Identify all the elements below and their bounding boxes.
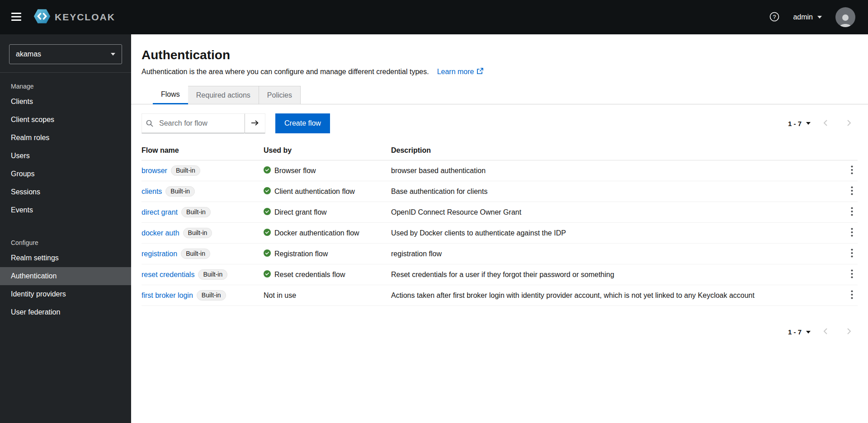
caret-down-icon bbox=[817, 16, 822, 19]
user-menu-dropdown[interactable]: admin bbox=[793, 13, 822, 21]
learn-more-label: Learn more bbox=[437, 68, 474, 76]
nav-section: Configure Realm settings Authentication … bbox=[0, 235, 131, 321]
kebab-icon bbox=[851, 190, 853, 197]
sidebar-item-groups[interactable]: Groups bbox=[0, 165, 131, 183]
flow-name-link[interactable]: clients bbox=[142, 188, 162, 196]
kebab-menu-button[interactable] bbox=[846, 267, 858, 282]
tab-policies[interactable]: Policies bbox=[259, 86, 301, 104]
hamburger-icon bbox=[11, 13, 21, 22]
avatar bbox=[835, 7, 855, 27]
kebab-menu-button[interactable] bbox=[846, 163, 858, 179]
flows-table: Flow name Used by Description browser Bu… bbox=[142, 141, 858, 306]
realm-selector[interactable]: akamas bbox=[9, 44, 122, 64]
main-content: Authentication Authentication is the are… bbox=[131, 34, 868, 423]
top-pagination: 1 - 7 bbox=[788, 117, 858, 131]
used-by-text: Reset credentials flow bbox=[274, 271, 345, 279]
flow-name-cell: docker auth Built-in bbox=[142, 228, 264, 238]
previous-page-button[interactable] bbox=[817, 117, 834, 131]
flow-description: Reset credentials for a user if they for… bbox=[391, 271, 836, 279]
page-title: Authentication bbox=[142, 48, 858, 62]
kebab-menu-button[interactable] bbox=[846, 246, 858, 262]
search-submit-button[interactable] bbox=[245, 113, 265, 133]
pagination-range-label: 1 - 7 bbox=[788, 328, 802, 336]
sidebar-nav: Manage Clients Client scopes Realm roles… bbox=[0, 75, 131, 321]
kebab-icon bbox=[851, 211, 853, 217]
search-icon bbox=[146, 113, 153, 133]
nav-item-list: Clients Client scopes Realm roles Users … bbox=[0, 93, 131, 219]
built-in-badge: Built-in bbox=[197, 290, 226, 301]
used-by-text: Direct grant flow bbox=[274, 208, 327, 216]
search-input[interactable] bbox=[142, 113, 245, 133]
table-row: direct grant Built-in Direct grant flow … bbox=[142, 202, 858, 223]
page-header: Authentication Authentication is the are… bbox=[131, 34, 868, 76]
nav-section-label: Manage bbox=[0, 78, 131, 93]
built-in-badge: Built-in bbox=[183, 228, 212, 238]
used-by-text: Client authentication flow bbox=[274, 188, 355, 196]
previous-page-button[interactable] bbox=[817, 325, 834, 339]
keycloak-logo-icon bbox=[33, 8, 51, 26]
kebab-menu-button[interactable] bbox=[846, 225, 858, 241]
table-row: browser Built-in Browser flow browser ba… bbox=[142, 160, 858, 181]
sidebar-item-events[interactable]: Events bbox=[0, 201, 131, 219]
sidebar-item-clients[interactable]: Clients bbox=[0, 93, 131, 111]
kebab-icon bbox=[851, 273, 853, 280]
sidebar-item-authentication[interactable]: Authentication bbox=[0, 267, 131, 285]
used-by-text: Docker authentication flow bbox=[274, 229, 359, 237]
sidebar-item-identity-providers[interactable]: Identity providers bbox=[0, 285, 131, 303]
flow-name-link[interactable]: browser bbox=[142, 167, 167, 175]
sidebar-item-user-federation[interactable]: User federation bbox=[0, 303, 131, 321]
username-label: admin bbox=[793, 13, 813, 21]
next-page-button[interactable] bbox=[840, 117, 858, 131]
flow-name-link[interactable]: registration bbox=[142, 250, 177, 258]
used-by-cell: Browser flow bbox=[264, 166, 391, 175]
sidebar: akamas Manage Clients Client scopes Real… bbox=[0, 34, 131, 423]
tab-required-actions[interactable]: Required actions bbox=[188, 86, 259, 104]
flow-name-link[interactable]: direct grant bbox=[142, 208, 178, 216]
nav-section: Manage Clients Client scopes Realm roles… bbox=[0, 78, 131, 219]
kebab-menu-button[interactable] bbox=[846, 287, 858, 303]
caret-down-icon bbox=[806, 122, 811, 125]
column-header-used-by: Used by bbox=[264, 146, 391, 155]
kebab-menu-button[interactable] bbox=[846, 204, 858, 220]
used-by-text: Registration flow bbox=[274, 250, 328, 258]
tab-flows[interactable]: Flows bbox=[153, 86, 188, 104]
used-by-cell: Reset credentials flow bbox=[264, 270, 391, 279]
next-page-button[interactable] bbox=[840, 325, 858, 339]
bottom-pagination: 1 - 7 bbox=[131, 325, 858, 339]
keycloak-logo: KEYCLOAK bbox=[33, 8, 115, 26]
sidebar-item-users[interactable]: Users bbox=[0, 147, 131, 165]
flow-description: OpenID Connect Resource Owner Grant bbox=[391, 208, 836, 216]
flow-name-link[interactable]: docker auth bbox=[142, 229, 179, 237]
sidebar-item-realm-settings[interactable]: Realm settings bbox=[0, 249, 131, 267]
pagination-menu-toggle[interactable]: 1 - 7 bbox=[788, 120, 811, 127]
caret-down-icon bbox=[806, 331, 811, 334]
flow-name-cell: direct grant Built-in bbox=[142, 207, 264, 217]
check-circle-icon bbox=[264, 229, 271, 238]
flow-name-link[interactable]: reset credentials bbox=[142, 271, 194, 279]
flow-description: registration flow bbox=[391, 250, 836, 258]
check-circle-icon bbox=[264, 208, 271, 217]
flow-name-link[interactable]: first broker login bbox=[142, 291, 193, 300]
sidebar-item-realm-roles[interactable]: Realm roles bbox=[0, 129, 131, 147]
flow-name-cell: reset credentials Built-in bbox=[142, 269, 264, 280]
app-window: KEYCLOAK ? admin bbox=[0, 0, 868, 423]
flow-description: browser based authentication bbox=[391, 167, 836, 175]
flow-name-cell: registration Built-in bbox=[142, 249, 264, 259]
sidebar-item-client-scopes[interactable]: Client scopes bbox=[0, 111, 131, 129]
learn-more-link[interactable]: Learn more bbox=[437, 68, 483, 76]
kebab-menu-button[interactable] bbox=[846, 183, 858, 199]
kebab-icon bbox=[851, 169, 853, 176]
pagination-range-label: 1 - 7 bbox=[788, 120, 802, 127]
flow-description: Base authentication for clients bbox=[391, 188, 836, 196]
hamburger-menu-button[interactable] bbox=[0, 0, 33, 34]
create-flow-button[interactable]: Create flow bbox=[275, 113, 330, 133]
flow-description: Actions taken after first broker login w… bbox=[391, 291, 836, 300]
pagination-menu-toggle[interactable]: 1 - 7 bbox=[788, 328, 811, 336]
check-circle-icon bbox=[264, 270, 271, 279]
sidebar-item-sessions[interactable]: Sessions bbox=[0, 183, 131, 201]
table-row: registration Built-in Registration flow … bbox=[142, 244, 858, 264]
help-button[interactable]: ? bbox=[769, 12, 779, 23]
masthead: KEYCLOAK ? admin bbox=[0, 0, 868, 34]
kebab-icon bbox=[851, 294, 853, 301]
realm-name-label: akamas bbox=[16, 50, 41, 58]
